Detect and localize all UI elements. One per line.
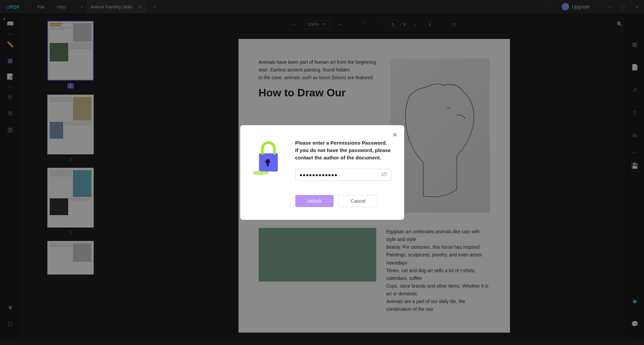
eye-hidden-icon[interactable]: [381, 171, 387, 178]
svg-line-4: [382, 172, 386, 176]
modal-overlay: ✕ Please enter a Permissions Password. I…: [0, 0, 644, 345]
password-input[interactable]: [295, 169, 391, 181]
password-modal: ✕ Please enter a Permissions Password. I…: [240, 125, 404, 219]
unlock-button[interactable]: Unlock: [295, 195, 334, 207]
svg-rect-3: [267, 161, 269, 166]
modal-message: Please enter a Permissions Password. If …: [295, 139, 391, 161]
cancel-button[interactable]: Cancel: [338, 195, 378, 207]
lock-illustration-icon: [253, 139, 283, 176]
close-icon[interactable]: ✕: [392, 131, 397, 139]
